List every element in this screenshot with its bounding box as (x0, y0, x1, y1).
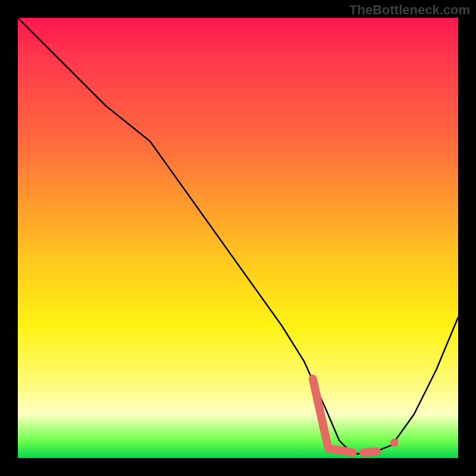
bottleneck-curve-line (18, 18, 458, 454)
plot-area (18, 18, 458, 458)
chart-frame: TheBottleneck.com (0, 0, 476, 476)
watermark-text: TheBottleneck.com (349, 2, 470, 18)
optimal-range-marker (313, 379, 399, 453)
svg-point-0 (390, 439, 399, 447)
chart-overlay (18, 18, 458, 458)
